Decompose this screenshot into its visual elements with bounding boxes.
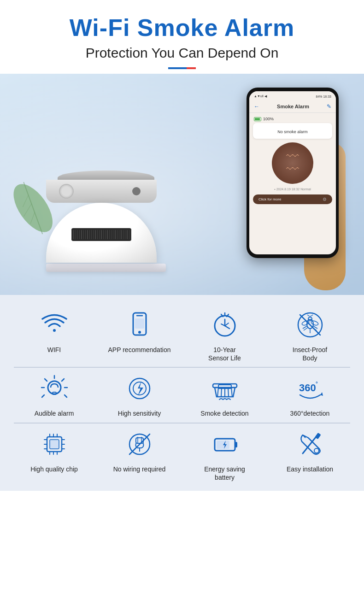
svg-rect-8: [135, 318, 144, 329]
svg-point-75: [314, 448, 319, 453]
phone-timestamp: • 2024.8.19 18:32 Normal: [249, 188, 336, 191]
svg-line-31: [45, 379, 47, 381]
feature-sensitivity-label: High sensitivity: [118, 409, 161, 418]
svg-rect-78: [315, 432, 321, 439]
row-divider-1: [14, 367, 350, 368]
feature-360-label: 360°detection: [290, 409, 330, 418]
features-row-3: High quality chip No wiring required: [14, 428, 350, 482]
svg-text:360: 360: [299, 382, 316, 394]
phone-status-left: ▲▼ull ◀: [254, 94, 267, 98]
chip-icon: [38, 428, 70, 460]
main-title: Wi-Fi Smoke Alarm: [9, 14, 355, 41]
feature-360-detection: 360 ° 360°detection: [270, 372, 350, 418]
phone-container: ▲▼ull ◀ 84% 18:33 ← Smoke Alarm ✎ 100%: [247, 88, 339, 258]
phone-status-right: 84% 18:33: [316, 95, 331, 98]
svg-rect-72: [235, 442, 237, 447]
svg-line-36: [65, 395, 67, 397]
svg-point-7: [138, 331, 141, 334]
svg-marker-40: [138, 381, 143, 396]
svg-line-41: [217, 388, 218, 397]
battery-label: 100%: [263, 117, 274, 121]
status-message: No smoke alarm: [277, 129, 308, 134]
feature-nowire-label: No wiring required: [113, 465, 166, 473]
feature-chip-label: High quality chip: [30, 465, 78, 473]
svg-line-20: [311, 315, 313, 316]
feature-no-wiring: No wiring required: [99, 428, 180, 482]
feature-chip: High quality chip: [14, 428, 94, 482]
feature-sensor-life: 10-YearSensor Life: [184, 309, 265, 362]
smoke-icon: [209, 372, 241, 405]
svg-rect-66: [136, 438, 143, 443]
header-section: Wi-Fi Smoke Alarm Protection You Can Dep…: [0, 0, 364, 74]
click-more[interactable]: Click for more: [258, 197, 281, 201]
main-subtitle: Protection You Can Depend On: [9, 45, 355, 61]
row-divider-2: [14, 423, 350, 424]
smoke-alarm-device: [46, 171, 166, 272]
sensitivity-icon: [123, 372, 156, 405]
feature-install-label: Easy installation: [287, 465, 333, 473]
svg-rect-52: [50, 440, 59, 449]
feature-app-label: APP recommendation: [108, 346, 171, 354]
svg-line-19: [307, 315, 309, 316]
feature-easy-install: Easy installation: [270, 428, 350, 482]
app-icon: [123, 309, 156, 341]
feature-insect-proof: Insect-ProofBody: [270, 309, 350, 362]
hero-section: ▲▼ull ◀ 84% 18:33 ← Smoke Alarm ✎ 100%: [0, 74, 364, 295]
feature-audible-alarm: Audible alarm: [14, 372, 94, 418]
title-divider: [9, 67, 355, 69]
install-icon: [294, 428, 326, 460]
svg-line-35: [42, 395, 44, 397]
phone-title: Smoke Alarm: [277, 104, 309, 109]
svg-rect-47: [213, 384, 237, 388]
features-row-2: Audible alarm High sensitivity: [14, 372, 350, 418]
features-row-1: WIFI APP recommendation: [14, 309, 350, 362]
features-section: WIFI APP recommendation: [0, 295, 364, 491]
feature-audible-label: Audible alarm: [35, 409, 74, 418]
nowire-icon: [123, 428, 156, 460]
svg-text:°: °: [316, 381, 318, 387]
feature-battery: Energy savingbattery: [184, 428, 265, 482]
feature-sensor-life-label: 10-YearSensor Life: [208, 346, 241, 362]
divider-red: [187, 67, 196, 69]
wifi-icon: [38, 309, 70, 341]
svg-point-22: [311, 320, 319, 326]
feature-insect-label: Insect-ProofBody: [293, 346, 327, 362]
alarm-icon: [38, 372, 70, 405]
feature-app: APP recommendation: [99, 309, 180, 362]
insect-icon: [294, 309, 326, 341]
clock-icon: [209, 309, 241, 341]
feature-high-sensitivity: High sensitivity: [99, 372, 180, 418]
feature-wifi-label: WIFI: [47, 346, 61, 354]
360-icon: 360 °: [294, 372, 326, 405]
feature-battery-label: Energy savingbattery: [204, 465, 245, 482]
battery-icon: [209, 428, 241, 460]
feature-wifi: WIFI: [14, 309, 94, 362]
svg-line-11: [225, 326, 229, 329]
svg-rect-73: [217, 441, 229, 449]
svg-line-45: [231, 388, 232, 397]
svg-line-32: [62, 379, 64, 381]
feature-smoke-label: Smoke detection: [200, 409, 248, 418]
divider-blue: [168, 67, 187, 69]
feature-smoke-detection: Smoke detection: [184, 372, 265, 418]
